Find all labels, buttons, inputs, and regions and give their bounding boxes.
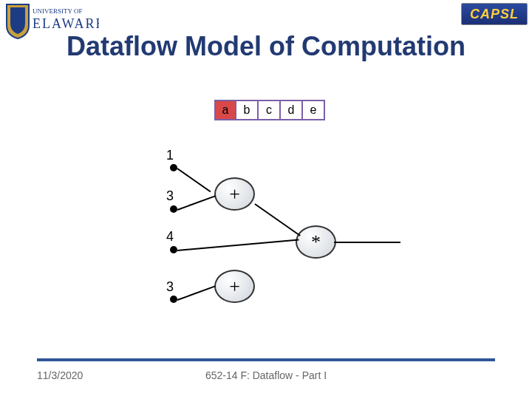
logo-capsl: CAPSL xyxy=(461,3,528,25)
letter-boxes: a b c d e xyxy=(214,100,325,120)
operator-plus-1: + xyxy=(214,177,255,211)
operator-plus-2: + xyxy=(214,270,255,303)
token-dot-3a xyxy=(170,205,177,213)
slide: UNIVERSITY OF ELAWARE CAPSL Dataflow Mod… xyxy=(0,0,532,399)
box-e: e xyxy=(303,100,325,120)
token-dot-4 xyxy=(170,246,177,253)
box-d: d xyxy=(281,100,303,120)
token-label-4: 4 xyxy=(166,229,174,245)
edge xyxy=(177,168,211,192)
footer-course: 652-14 F: Dataflow - Part I xyxy=(0,369,532,381)
box-c: c xyxy=(259,100,281,120)
edge xyxy=(255,203,301,236)
token-dot-1 xyxy=(170,164,177,171)
token-label-3b: 3 xyxy=(166,279,174,295)
edge xyxy=(334,242,400,243)
operator-star: * xyxy=(296,225,336,259)
edge xyxy=(177,285,216,300)
edge xyxy=(177,239,299,251)
footer-divider xyxy=(37,358,495,361)
ud-text-bottom: ELAWARE xyxy=(33,16,99,31)
token-label-1: 1 xyxy=(166,148,174,163)
capsl-text: CAPSL xyxy=(470,7,519,22)
box-a: a xyxy=(214,100,236,120)
edge xyxy=(177,195,216,210)
slide-title: Dataflow Model of Computation xyxy=(0,31,532,62)
token-dot-3b xyxy=(170,296,177,303)
token-label-3a: 3 xyxy=(166,188,174,204)
ud-text-top: UNIVERSITY OF xyxy=(33,7,82,15)
box-b: b xyxy=(236,100,259,120)
